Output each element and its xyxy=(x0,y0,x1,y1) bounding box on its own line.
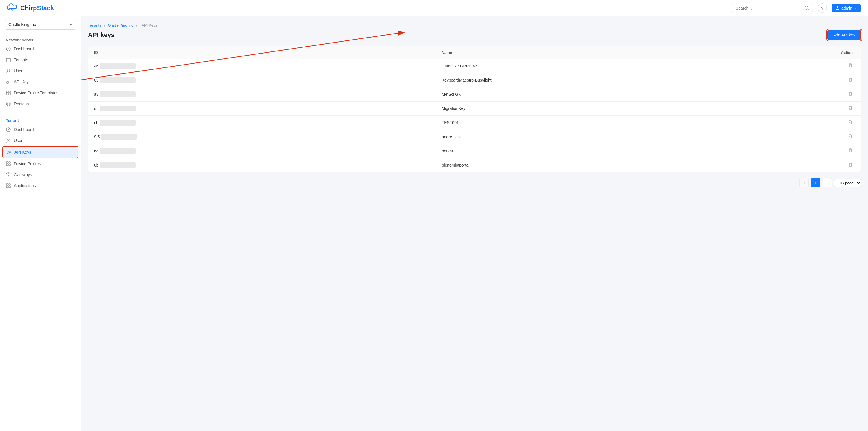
page-header: API keys Add API key xyxy=(88,30,861,40)
applications-icon xyxy=(6,183,11,188)
help-button[interactable]: ? xyxy=(817,3,827,13)
delete-button[interactable] xyxy=(848,163,852,168)
id-cell: 46 xyxy=(88,59,436,73)
table-row: 03 KeyboardMaestro-Busylight xyxy=(88,73,861,87)
id-blur xyxy=(100,77,136,83)
delete-button[interactable] xyxy=(848,64,852,69)
pagination: 1 10 / page 20 / page 50 / page xyxy=(88,178,861,188)
name-cell: MigrationKey xyxy=(436,102,784,116)
next-page-button[interactable] xyxy=(823,178,832,188)
name-cell: andre_test xyxy=(436,130,784,144)
action-cell xyxy=(783,116,861,130)
sidebar-item-users-ns[interactable]: Users xyxy=(0,65,81,76)
regions-icon xyxy=(6,101,11,106)
svg-rect-1 xyxy=(6,59,10,62)
sidebar-item-applications[interactable]: Applications xyxy=(0,180,81,191)
table-header: ID Name Action xyxy=(88,46,861,59)
svg-rect-16 xyxy=(9,164,10,166)
sidebar-item-label: Dashboard xyxy=(14,127,34,132)
delete-button[interactable] xyxy=(848,92,852,97)
tenant-select[interactable]: Gristle King Inc xyxy=(5,20,76,30)
svg-rect-13 xyxy=(6,162,8,163)
dashboard-icon xyxy=(6,46,11,52)
svg-rect-18 xyxy=(6,184,8,186)
trash-icon xyxy=(848,148,852,153)
prev-page-button[interactable] xyxy=(799,178,809,188)
id-cell: a3 xyxy=(88,87,436,102)
api-keys-icon xyxy=(6,79,11,85)
search-box[interactable] xyxy=(732,4,813,12)
svg-rect-7 xyxy=(9,93,10,95)
delete-button[interactable] xyxy=(848,149,852,154)
search-icon xyxy=(805,6,809,10)
trash-icon xyxy=(848,91,852,96)
sidebar-item-device-profile-templates[interactable]: Device Profile Templates xyxy=(0,87,81,98)
svg-point-2 xyxy=(7,69,9,71)
id-prefix: a3 xyxy=(94,92,99,97)
id-blur xyxy=(100,91,136,97)
svg-rect-20 xyxy=(6,186,8,188)
sidebar-item-device-profiles[interactable]: Device Profiles xyxy=(0,158,81,169)
breadcrumb-separator: / xyxy=(136,23,137,28)
trash-icon xyxy=(848,106,852,110)
col-header-id: ID xyxy=(88,46,436,59)
tenant-selector: Gristle King Inc xyxy=(0,16,81,33)
sidebar-item-label: Gateways xyxy=(14,172,32,177)
svg-point-11 xyxy=(7,139,9,141)
svg-point-3 xyxy=(6,81,9,84)
svg-point-17 xyxy=(8,175,9,176)
table-row: 64 bones xyxy=(88,144,861,158)
page-1-button[interactable]: 1 xyxy=(811,178,820,188)
name-cell: plenomiotportal xyxy=(436,158,784,172)
top-bar: ChirpStack ? admin xyxy=(0,0,868,16)
device-profile-icon xyxy=(6,90,11,95)
logo-icon xyxy=(7,3,18,13)
sidebar-item-label: Device Profiles xyxy=(14,161,41,166)
id-cell: 64 xyxy=(88,144,436,158)
svg-rect-19 xyxy=(9,184,10,186)
delete-button[interactable] xyxy=(848,120,852,125)
delete-button[interactable] xyxy=(848,106,852,111)
sidebar-item-label: API Keys xyxy=(14,150,31,155)
page-title: API keys xyxy=(88,31,115,39)
id-cell: dft xyxy=(88,102,436,116)
id-cell: 0b xyxy=(88,158,436,172)
name-cell: bones xyxy=(436,144,784,158)
search-input[interactable] xyxy=(736,6,803,10)
sidebar-item-api-keys-ns[interactable]: API Keys xyxy=(0,76,81,87)
sidebar-item-api-keys-t[interactable]: API Keys xyxy=(2,146,79,158)
sidebar-item-gateways[interactable]: Gateways xyxy=(0,169,81,180)
breadcrumb-tenants[interactable]: Tenants xyxy=(88,23,101,28)
sidebar-item-dashboard-ns[interactable]: Dashboard xyxy=(0,43,81,55)
api-keys-icon xyxy=(6,150,11,155)
table-row: 9f5 andre_test xyxy=(88,130,861,144)
name-cell: Datacake GRPC V4 xyxy=(436,59,784,73)
sidebar-item-dashboard-t[interactable]: Dashboard xyxy=(0,124,81,135)
col-header-name: Name xyxy=(436,46,784,59)
name-cell: MetSci GK xyxy=(436,87,784,102)
app-container: ChirpStack ? admin xyxy=(0,0,868,431)
name-cell: KeyboardMaestro-Busylight xyxy=(436,73,784,87)
delete-button[interactable] xyxy=(848,78,852,83)
sidebar-item-users-t[interactable]: Users xyxy=(0,135,81,146)
add-api-key-button[interactable]: Add API key xyxy=(828,30,861,40)
breadcrumb-gristle[interactable]: Gristle King Inc xyxy=(108,23,133,28)
admin-button[interactable]: admin xyxy=(832,4,861,12)
id-prefix: 46 xyxy=(94,64,99,68)
tenant-name: Gristle King Inc xyxy=(8,22,36,27)
delete-button[interactable] xyxy=(848,134,852,139)
breadcrumb-current: API Keys xyxy=(142,23,157,28)
page-size-select[interactable]: 10 / page 20 / page 50 / page xyxy=(834,179,861,187)
id-prefix: cb xyxy=(94,120,98,125)
trash-icon xyxy=(848,120,852,124)
sidebar-item-regions[interactable]: Regions xyxy=(0,98,81,109)
id-cell: 03 xyxy=(88,73,436,87)
svg-rect-21 xyxy=(9,186,10,188)
breadcrumb: Tenants / Gristle King Inc / API Keys xyxy=(88,23,861,28)
sidebar-item-tenants[interactable]: Tenants xyxy=(0,55,81,65)
id-prefix: 0b xyxy=(94,163,99,167)
dashboard-icon xyxy=(6,127,11,132)
logo-text: ChirpStack xyxy=(20,4,54,12)
sidebar-item-label: Regions xyxy=(14,102,29,106)
chevron-down-icon xyxy=(854,7,857,9)
